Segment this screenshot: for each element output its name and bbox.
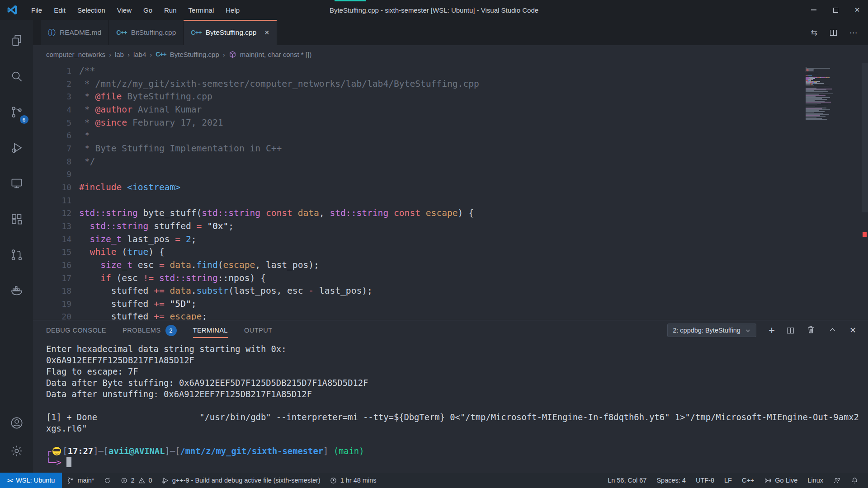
menu-terminal[interactable]: Terminal bbox=[183, 0, 220, 20]
minimize-button[interactable] bbox=[803, 0, 825, 20]
close-panel-button[interactable]: ✕ bbox=[849, 325, 856, 335]
minimap[interactable] bbox=[806, 67, 854, 120]
remote-label: WSL: Ubuntu bbox=[16, 477, 55, 484]
new-terminal-button[interactable]: + bbox=[769, 326, 775, 335]
code-line: 6 * bbox=[33, 129, 868, 142]
breadcrumb-folder[interactable]: lab4 bbox=[133, 51, 146, 58]
chevron-right-icon: › bbox=[109, 51, 111, 58]
window-controls: ✕ bbox=[803, 0, 868, 20]
chevron-down-icon bbox=[745, 328, 751, 333]
title-bar: File Edit Selection View Go Run Terminal… bbox=[0, 0, 868, 20]
sidebar-item-docker[interactable] bbox=[6, 280, 28, 301]
sidebar-item-explorer[interactable] bbox=[6, 30, 28, 52]
terminal-output[interactable]: Enter hexadecimal data string starting w… bbox=[33, 340, 868, 473]
code-line: 4 * @author Avinal Kumar bbox=[33, 103, 868, 117]
terminal-cursor bbox=[66, 457, 71, 467]
editor-actions: ⇆ ⋯ bbox=[811, 20, 868, 45]
breadcrumb-file[interactable]: ByteStuffing.cpp bbox=[170, 51, 219, 58]
encoding-label: UTF-8 bbox=[696, 477, 714, 484]
sync-button[interactable] bbox=[99, 473, 116, 488]
split-editor-icon[interactable] bbox=[830, 30, 837, 36]
sidebar-item-extensions[interactable] bbox=[6, 208, 28, 230]
settings-button[interactable] bbox=[6, 440, 28, 462]
sidebar-item-search[interactable] bbox=[6, 66, 28, 87]
time-tracker[interactable]: 1 hr 48 mins bbox=[325, 473, 381, 488]
feedback-person-icon bbox=[833, 477, 841, 484]
code-line: 5 * @since February 17, 2021 bbox=[33, 117, 868, 130]
maximize-panel-button[interactable] bbox=[828, 325, 837, 336]
maximize-button[interactable] bbox=[825, 0, 846, 20]
sidebar-item-run-debug[interactable] bbox=[6, 137, 28, 159]
menu-view[interactable]: View bbox=[111, 0, 137, 20]
account-button[interactable] bbox=[6, 412, 28, 434]
problems-indicator[interactable]: 2 0 bbox=[116, 473, 157, 488]
os-indicator[interactable]: Linux bbox=[802, 473, 828, 488]
terminal-line bbox=[46, 434, 868, 446]
warning-icon bbox=[138, 477, 146, 484]
kill-terminal-button[interactable] bbox=[806, 325, 816, 336]
gear-icon bbox=[10, 444, 24, 458]
more-actions-icon[interactable]: ⋯ bbox=[849, 28, 857, 38]
language-mode[interactable]: C++ bbox=[737, 473, 759, 488]
docker-icon bbox=[10, 284, 24, 297]
panel-tab-problems[interactable]: PROBLEMS2 bbox=[123, 320, 177, 340]
tab-label: ByteStuffing.cpp bbox=[206, 28, 257, 37]
close-window-button[interactable]: ✕ bbox=[846, 0, 868, 20]
tab-bitstuffing[interactable]: C++ BitStuffing.cpp bbox=[109, 20, 184, 45]
menu-go[interactable]: Go bbox=[137, 0, 158, 20]
vscode-logo-icon bbox=[6, 4, 18, 16]
git-branch-icon bbox=[66, 477, 74, 484]
terminal-line: Enter hexadecimal data string starting w… bbox=[46, 343, 868, 355]
tab-bytestuffing[interactable]: C++ ByteStuffing.cpp ✕ bbox=[184, 20, 277, 45]
panel-tab-output[interactable]: OUTPUT bbox=[244, 320, 273, 340]
search-icon bbox=[10, 70, 24, 83]
bottom-panel: DEBUG CONSOLE PROBLEMS2 TERMINAL OUTPUT … bbox=[33, 320, 868, 473]
sidebar-item-source-control[interactable]: 6 bbox=[6, 101, 28, 123]
breadcrumb-folder[interactable]: lab bbox=[115, 51, 124, 58]
code-line: 3 * @file ByteStuffing.cpp bbox=[33, 90, 868, 103]
symbol-method-icon bbox=[229, 51, 236, 58]
tab-readme[interactable]: ⓘ README.md bbox=[41, 20, 109, 45]
breadcrumb-folder[interactable]: computer_networks bbox=[46, 51, 105, 58]
sidebar-item-remote-explorer[interactable] bbox=[6, 173, 28, 194]
extensions-icon bbox=[10, 212, 24, 226]
language-label: C++ bbox=[742, 477, 754, 484]
remote-indicator[interactable]: >< WSL: Ubuntu bbox=[0, 473, 62, 488]
close-tab-icon[interactable]: ✕ bbox=[264, 29, 269, 36]
split-terminal-icon[interactable] bbox=[787, 328, 794, 333]
status-bar-right: Ln 56, Col 67 Spaces: 4 UTF-8 LF C++ Go … bbox=[603, 473, 868, 488]
menu-file[interactable]: File bbox=[25, 0, 48, 20]
indentation-setting[interactable]: Spaces: 4 bbox=[651, 473, 691, 488]
breadcrumb: computer_networks › lab › lab4 › C++ Byt… bbox=[33, 45, 868, 63]
code-line: 13 std::string stuffed = "0x"; bbox=[33, 220, 868, 233]
branch-label: main* bbox=[77, 477, 94, 484]
notifications-button[interactable] bbox=[846, 473, 863, 488]
code-line: 18 stuffed += data.substr(last_pos, esc … bbox=[33, 285, 868, 298]
remote-explorer-icon bbox=[10, 177, 24, 190]
open-changes-icon[interactable]: ⇆ bbox=[811, 28, 817, 38]
go-live-button[interactable]: Go Live bbox=[759, 473, 802, 488]
top-accent-bar bbox=[335, 0, 366, 1]
feedback-button[interactable] bbox=[828, 473, 846, 488]
breadcrumb-symbol[interactable]: main(int, char const * []) bbox=[240, 51, 311, 58]
menu-selection[interactable]: Selection bbox=[71, 0, 111, 20]
branch-indicator[interactable]: main* bbox=[62, 473, 99, 488]
menu-edit[interactable]: Edit bbox=[48, 0, 71, 20]
terminal-selector-dropdown[interactable]: 2: cppdbg: ByteStuffing bbox=[667, 324, 756, 337]
eol-setting[interactable]: LF bbox=[719, 473, 737, 488]
vscode-window: File Edit Selection View Go Run Terminal… bbox=[0, 0, 868, 488]
cursor-position[interactable]: Ln 56, Col 67 bbox=[603, 473, 651, 488]
code-editor[interactable]: 1/**2 * /mnt/z/my_git/sixth-semester/com… bbox=[33, 63, 868, 320]
menu-run[interactable]: Run bbox=[158, 0, 183, 20]
os-label: Linux bbox=[807, 477, 823, 484]
code-line: 19 stuffed += "5D"; bbox=[33, 298, 868, 311]
editor-scrollbar[interactable] bbox=[862, 63, 868, 212]
maximize-icon bbox=[833, 8, 838, 13]
menu-help[interactable]: Help bbox=[220, 0, 245, 20]
build-task-button[interactable]: g++-9 - Build and debug active file (six… bbox=[157, 473, 325, 488]
code-line: 15 while (true) { bbox=[33, 246, 868, 259]
panel-tab-terminal[interactable]: TERMINAL bbox=[193, 320, 228, 340]
panel-tab-debug-console[interactable]: DEBUG CONSOLE bbox=[46, 320, 106, 340]
sidebar-item-github-pr[interactable] bbox=[6, 244, 28, 266]
encoding-setting[interactable]: UTF-8 bbox=[691, 473, 719, 488]
